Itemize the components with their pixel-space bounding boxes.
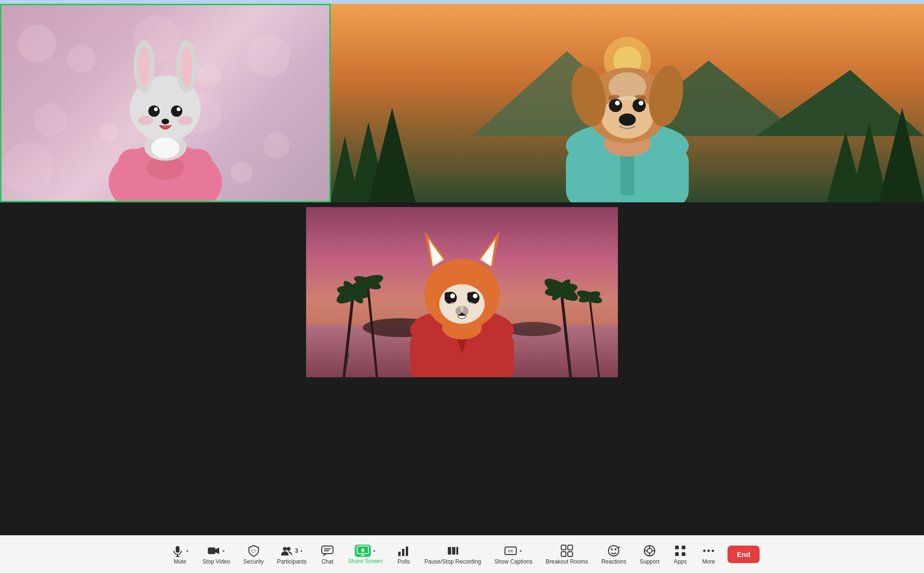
svg-point-126 [703,549,706,552]
video-tile-fox [306,207,618,377]
video-tile-dog [331,4,924,202]
svg-point-11 [154,107,158,111]
more-label: More [702,558,715,565]
pause-recording-button[interactable]: Pause/Stop Recording [418,541,488,568]
svg-point-128 [712,549,714,552]
security-button[interactable]: 🛡 Security [237,541,270,568]
svg-rect-112 [568,552,573,556]
svg-point-127 [708,549,710,552]
svg-point-14 [138,116,153,125]
svg-marker-100 [361,548,365,552]
participants-icon [280,544,293,557]
apps-label: Apps [674,558,686,565]
svg-point-38 [609,99,622,112]
bottom-video-row [0,202,924,382]
svg-point-9 [148,105,160,117]
svg-point-92 [287,547,291,551]
svg-point-16 [151,138,180,158]
top-video-row [0,4,924,202]
reactions-button[interactable]: Reactions [595,541,633,568]
reactions-icon [607,544,620,557]
svg-point-13 [162,119,169,124]
polls-button[interactable]: Polls [389,541,418,568]
svg-point-115 [615,548,616,550]
svg-point-80 [445,292,449,297]
polls-label: Polls [397,558,410,565]
video-tile-rabbit [0,4,331,202]
stop-video-button[interactable]: ▲ Stop Video [196,541,237,568]
more-icon [702,544,715,557]
participants-badge: 3 [295,547,298,554]
participants-button[interactable]: 3 ▲ Participants [270,541,313,568]
toolbar: ▲ Mute ▲ Stop Video 🛡 Security [0,535,924,573]
end-button[interactable]: End [727,546,760,563]
apps-icon [674,544,687,557]
svg-point-42 [619,113,636,126]
svg-point-40 [615,101,620,105]
share-screen-icon [357,546,369,556]
breakout-rooms-button[interactable]: Breakout Rooms [539,541,594,568]
apps-button[interactable]: Apps [666,541,694,568]
show-captions-button[interactable]: CC ▲ Show Captions [488,541,539,568]
svg-rect-109 [561,545,566,550]
svg-text:CC: CC [508,549,514,553]
svg-rect-125 [682,552,685,556]
share-screen-button[interactable]: ▲ Share Screen [342,542,389,567]
breakout-rooms-label: Breakout Rooms [546,558,588,565]
microphone-icon [171,544,184,557]
svg-point-114 [611,548,613,550]
svg-point-113 [608,546,619,556]
svg-point-84 [461,302,478,315]
svg-text:🛡: 🛡 [251,549,256,554]
svg-point-12 [177,107,180,111]
shield-icon: 🛡 [247,544,260,557]
participants-caret: ▲ [299,548,303,553]
svg-point-8 [181,46,192,86]
pause-recording-label: Pause/Stop Recording [424,558,481,565]
svg-rect-122 [675,546,679,549]
dog-avatar [542,13,712,202]
svg-rect-123 [682,546,685,549]
captions-icon: CC [504,544,517,557]
participants-label: Participants [277,558,307,565]
svg-point-10 [171,105,182,117]
svg-point-41 [639,101,643,105]
svg-rect-111 [561,552,566,556]
stop-video-label: Stop Video [203,558,231,565]
fox-avatar [391,217,533,377]
svg-rect-88 [208,547,215,554]
video-area [0,4,924,535]
stop-video-caret: ▲ [222,548,225,553]
breakout-icon [560,544,573,557]
svg-marker-89 [215,547,219,554]
chat-button[interactable]: Chat [313,541,342,568]
svg-rect-85 [176,546,180,553]
mute-caret: ▲ [186,548,189,553]
support-button[interactable]: Support [633,541,666,568]
top-bar [0,0,924,4]
svg-point-39 [633,99,646,112]
svg-rect-102 [402,549,404,556]
svg-rect-124 [675,552,679,556]
security-label: Security [243,558,264,565]
svg-point-81 [467,292,472,297]
rabbit-avatar [90,21,241,201]
polls-icon [397,544,410,557]
chat-label: Chat [321,558,333,565]
svg-point-79 [473,294,478,298]
svg-rect-93 [322,546,333,554]
svg-rect-101 [398,552,401,556]
more-button[interactable]: More [694,541,723,568]
svg-point-6 [138,46,150,86]
captions-caret: ▲ [519,548,522,553]
svg-rect-110 [568,545,573,550]
share-screen-caret: ▲ [372,548,376,553]
svg-rect-106 [456,547,458,555]
mute-button[interactable]: ▲ Mute [164,541,196,568]
support-label: Support [640,558,659,565]
camera-icon [207,544,220,557]
svg-rect-104 [448,547,451,555]
support-icon [643,544,656,557]
record-icon [446,544,460,557]
share-screen-label: Share Screen [348,558,383,564]
